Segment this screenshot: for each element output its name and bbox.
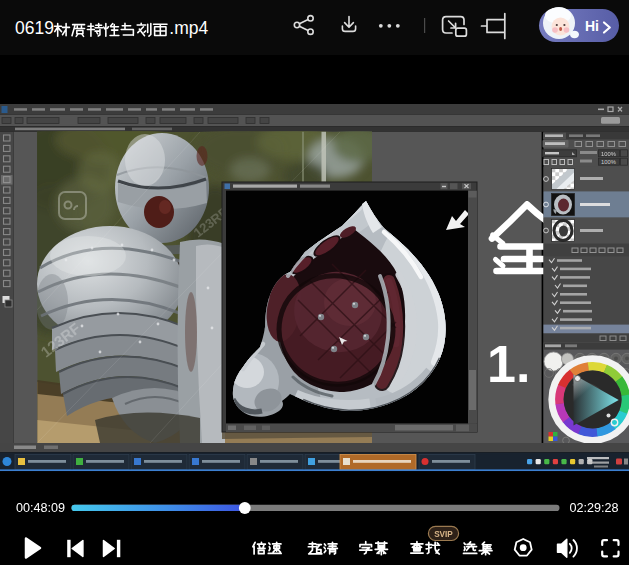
svg-text:02:29:28: 02:29:28 <box>569 501 618 515</box>
svg-text:Hi: Hi <box>585 18 599 34</box>
svg-text:00:48:09: 00:48:09 <box>16 501 65 515</box>
svg-text:100%: 100% <box>601 159 616 165</box>
svg-text:100%: 100% <box>601 151 616 157</box>
svg-text:.mp4: .mp4 <box>169 18 208 38</box>
svg-text:1.: 1. <box>487 335 530 393</box>
svg-text:SVIP: SVIP <box>434 530 453 539</box>
svg-text:0619: 0619 <box>15 18 54 38</box>
